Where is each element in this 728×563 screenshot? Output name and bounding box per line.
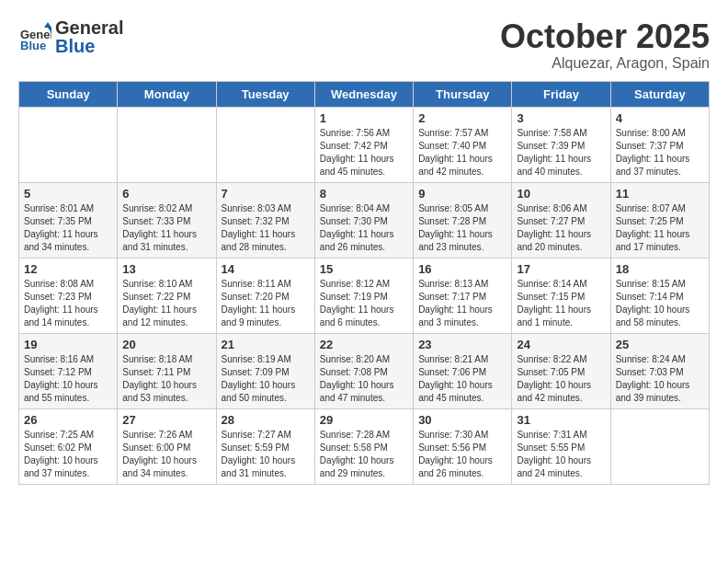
- location-subtitle: Alquezar, Aragon, Spain: [500, 55, 710, 72]
- week-row-3: 12Sunrise: 8:08 AM Sunset: 7:23 PM Dayli…: [19, 258, 710, 333]
- day-cell-27: 27Sunrise: 7:26 AM Sunset: 6:00 PM Dayli…: [118, 408, 216, 484]
- day-info: Sunrise: 7:58 AM Sunset: 7:39 PM Dayligh…: [517, 127, 605, 178]
- day-cell-23: 23Sunrise: 8:21 AM Sunset: 7:06 PM Dayli…: [414, 333, 512, 408]
- day-info: Sunrise: 8:04 AM Sunset: 7:30 PM Dayligh…: [320, 202, 408, 254]
- day-info: Sunrise: 7:30 AM Sunset: 5:56 PM Dayligh…: [418, 429, 506, 480]
- day-cell-20: 20Sunrise: 8:18 AM Sunset: 7:11 PM Dayli…: [118, 333, 216, 408]
- week-row-5: 26Sunrise: 7:25 AM Sunset: 6:02 PM Dayli…: [19, 408, 710, 484]
- day-info: Sunrise: 7:25 AM Sunset: 6:02 PM Dayligh…: [24, 429, 112, 480]
- day-number: 3: [517, 111, 605, 125]
- day-info: Sunrise: 8:21 AM Sunset: 7:06 PM Dayligh…: [418, 353, 506, 405]
- day-cell-11: 11Sunrise: 8:07 AM Sunset: 7:25 PM Dayli…: [610, 182, 709, 258]
- weekday-header-saturday: Saturday: [610, 81, 709, 107]
- day-number: 10: [517, 187, 605, 201]
- day-cell-16: 16Sunrise: 8:13 AM Sunset: 7:17 PM Dayli…: [414, 258, 512, 333]
- day-cell-18: 18Sunrise: 8:15 AM Sunset: 7:14 PM Dayli…: [610, 258, 709, 333]
- day-number: 22: [320, 338, 408, 351]
- day-info: Sunrise: 8:01 AM Sunset: 7:35 PM Dayligh…: [24, 202, 112, 254]
- day-info: Sunrise: 8:03 AM Sunset: 7:32 PM Dayligh…: [222, 202, 310, 254]
- day-cell-25: 25Sunrise: 8:24 AM Sunset: 7:03 PM Dayli…: [610, 333, 709, 408]
- day-number: 19: [24, 338, 112, 351]
- day-cell-26: 26Sunrise: 7:25 AM Sunset: 6:02 PM Dayli…: [19, 408, 118, 484]
- day-number: 18: [616, 262, 704, 276]
- page-header: General Blue General Blue October 2025 A…: [18, 18, 710, 72]
- day-number: 13: [122, 262, 210, 276]
- svg-text:Blue: Blue: [20, 39, 46, 52]
- day-info: Sunrise: 7:27 AM Sunset: 5:59 PM Dayligh…: [222, 429, 310, 480]
- day-info: Sunrise: 8:07 AM Sunset: 7:25 PM Dayligh…: [616, 202, 704, 254]
- day-info: Sunrise: 8:10 AM Sunset: 7:22 PM Dayligh…: [122, 278, 210, 329]
- day-cell-empty: [19, 107, 118, 182]
- day-info: Sunrise: 8:18 AM Sunset: 7:11 PM Dayligh…: [122, 353, 210, 405]
- day-number: 23: [418, 338, 506, 351]
- day-cell-15: 15Sunrise: 8:12 AM Sunset: 7:19 PM Dayli…: [314, 258, 413, 333]
- day-cell-12: 12Sunrise: 8:08 AM Sunset: 7:23 PM Dayli…: [19, 258, 118, 333]
- day-cell-19: 19Sunrise: 8:16 AM Sunset: 7:12 PM Dayli…: [19, 333, 118, 408]
- day-number: 26: [24, 413, 112, 427]
- weekday-header-tuesday: Tuesday: [216, 81, 314, 107]
- day-info: Sunrise: 8:19 AM Sunset: 7:09 PM Dayligh…: [222, 353, 310, 405]
- day-cell-1: 1Sunrise: 7:56 AM Sunset: 7:42 PM Daylig…: [314, 107, 413, 182]
- day-number: 15: [320, 262, 408, 276]
- day-info: Sunrise: 8:13 AM Sunset: 7:17 PM Dayligh…: [418, 278, 506, 329]
- day-cell-10: 10Sunrise: 8:06 AM Sunset: 7:27 PM Dayli…: [512, 182, 610, 258]
- day-number: 25: [616, 338, 704, 351]
- day-number: 11: [616, 187, 704, 201]
- week-row-4: 19Sunrise: 8:16 AM Sunset: 7:12 PM Dayli…: [19, 333, 710, 408]
- day-number: 12: [24, 262, 112, 276]
- day-number: 20: [122, 338, 210, 351]
- day-info: Sunrise: 8:22 AM Sunset: 7:05 PM Dayligh…: [517, 353, 605, 405]
- day-number: 28: [222, 413, 310, 427]
- day-number: 4: [616, 111, 704, 125]
- day-number: 30: [418, 413, 506, 427]
- day-cell-empty: [610, 408, 709, 484]
- weekday-header-sunday: Sunday: [19, 81, 118, 107]
- title-block: October 2025 Alquezar, Aragon, Spain: [500, 18, 710, 72]
- day-info: Sunrise: 8:00 AM Sunset: 7:37 PM Dayligh…: [616, 127, 704, 178]
- weekday-header-row: SundayMondayTuesdayWednesdayThursdayFrid…: [19, 81, 710, 107]
- day-cell-5: 5Sunrise: 8:01 AM Sunset: 7:35 PM Daylig…: [19, 182, 118, 258]
- logo-blue-text: Blue: [55, 37, 123, 55]
- day-info: Sunrise: 8:24 AM Sunset: 7:03 PM Dayligh…: [616, 353, 704, 405]
- weekday-header-friday: Friday: [512, 81, 610, 107]
- day-cell-17: 17Sunrise: 8:14 AM Sunset: 7:15 PM Dayli…: [512, 258, 610, 333]
- day-number: 24: [517, 338, 605, 351]
- day-cell-28: 28Sunrise: 7:27 AM Sunset: 5:59 PM Dayli…: [216, 408, 314, 484]
- day-cell-3: 3Sunrise: 7:58 AM Sunset: 7:39 PM Daylig…: [512, 107, 610, 182]
- day-info: Sunrise: 8:14 AM Sunset: 7:15 PM Dayligh…: [517, 278, 605, 329]
- day-number: 8: [320, 187, 408, 201]
- day-cell-empty: [118, 107, 216, 182]
- day-info: Sunrise: 8:16 AM Sunset: 7:12 PM Dayligh…: [24, 353, 112, 405]
- weekday-header-thursday: Thursday: [414, 81, 512, 107]
- day-cell-30: 30Sunrise: 7:30 AM Sunset: 5:56 PM Dayli…: [414, 408, 512, 484]
- day-cell-2: 2Sunrise: 7:57 AM Sunset: 7:40 PM Daylig…: [414, 107, 512, 182]
- day-info: Sunrise: 7:26 AM Sunset: 6:00 PM Dayligh…: [122, 429, 210, 480]
- logo-icon: General Blue: [18, 20, 51, 53]
- day-info: Sunrise: 8:11 AM Sunset: 7:20 PM Dayligh…: [222, 278, 310, 329]
- day-number: 9: [418, 187, 506, 201]
- day-cell-21: 21Sunrise: 8:19 AM Sunset: 7:09 PM Dayli…: [216, 333, 314, 408]
- day-cell-4: 4Sunrise: 8:00 AM Sunset: 7:37 PM Daylig…: [610, 107, 709, 182]
- logo-general-text: General: [55, 18, 123, 37]
- day-number: 5: [24, 187, 112, 201]
- day-number: 1: [320, 111, 408, 125]
- day-cell-6: 6Sunrise: 8:02 AM Sunset: 7:33 PM Daylig…: [118, 182, 216, 258]
- day-number: 14: [222, 262, 310, 276]
- weekday-header-monday: Monday: [118, 81, 216, 107]
- day-number: 29: [320, 413, 408, 427]
- day-cell-8: 8Sunrise: 8:04 AM Sunset: 7:30 PM Daylig…: [314, 182, 413, 258]
- day-cell-empty: [216, 107, 314, 182]
- month-title: October 2025: [500, 18, 710, 55]
- day-number: 27: [122, 413, 210, 427]
- day-cell-13: 13Sunrise: 8:10 AM Sunset: 7:22 PM Dayli…: [118, 258, 216, 333]
- day-number: 16: [418, 262, 506, 276]
- day-cell-9: 9Sunrise: 8:05 AM Sunset: 7:28 PM Daylig…: [414, 182, 512, 258]
- day-info: Sunrise: 7:57 AM Sunset: 7:40 PM Dayligh…: [418, 127, 506, 178]
- day-cell-7: 7Sunrise: 8:03 AM Sunset: 7:32 PM Daylig…: [216, 182, 314, 258]
- day-info: Sunrise: 7:56 AM Sunset: 7:42 PM Dayligh…: [320, 127, 408, 178]
- day-info: Sunrise: 8:12 AM Sunset: 7:19 PM Dayligh…: [320, 278, 408, 329]
- week-row-1: 1Sunrise: 7:56 AM Sunset: 7:42 PM Daylig…: [19, 107, 710, 182]
- day-info: Sunrise: 8:02 AM Sunset: 7:33 PM Dayligh…: [122, 202, 210, 254]
- day-cell-14: 14Sunrise: 8:11 AM Sunset: 7:20 PM Dayli…: [216, 258, 314, 333]
- day-info: Sunrise: 8:05 AM Sunset: 7:28 PM Dayligh…: [418, 202, 506, 254]
